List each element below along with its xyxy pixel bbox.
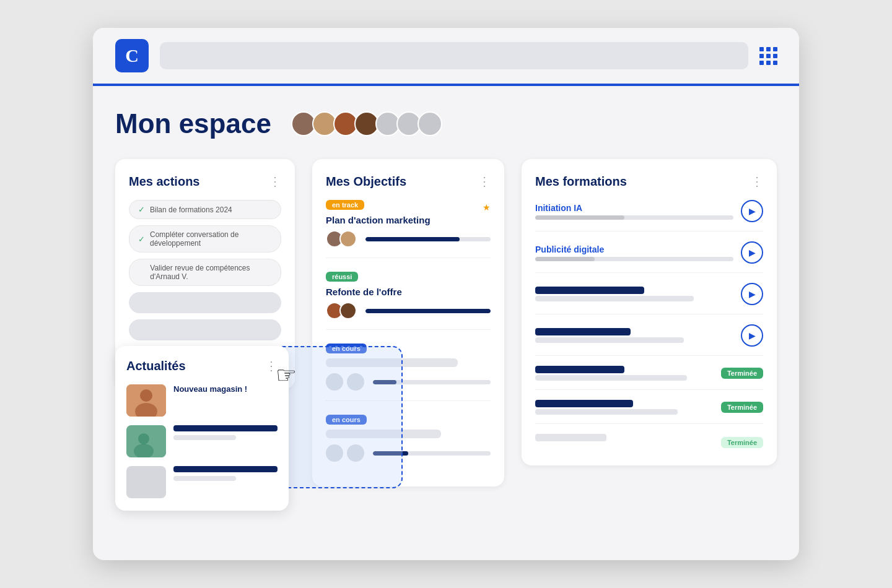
formation-info <box>535 400 714 415</box>
formation-info <box>535 287 733 301</box>
news-text-placeholder <box>173 425 278 440</box>
svg-point-4 <box>138 433 149 444</box>
formation-info: Publicité digitale <box>535 244 733 261</box>
formation-info <box>535 366 714 381</box>
formation-item: Terminée <box>535 366 763 390</box>
action-item[interactable]: Valider revue de compétences d'Arnaud V. <box>129 259 281 286</box>
play-button[interactable]: ▶ <box>741 324 763 347</box>
formation-item: Initiation IA ▶ <box>535 200 763 231</box>
news-item[interactable]: Nouveau magasin ! <box>126 384 278 417</box>
grid-dot <box>773 47 777 51</box>
action-label: Bilan de formations 2024 <box>150 205 232 214</box>
action-placeholder <box>129 319 281 340</box>
news-text-placeholder <box>173 466 278 481</box>
action-label: Valider revue de compétences d'Arnaud V. <box>150 264 272 281</box>
actualites-title: Actualités <box>126 359 186 373</box>
formations-card-header: Mes formations ⋮ <box>535 174 763 189</box>
news-item[interactable] <box>126 466 278 498</box>
news-line <box>173 466 278 472</box>
formation-progress-placeholder <box>535 409 678 415</box>
formation-item: ▶ <box>535 324 763 356</box>
avatars-row: U U U U <box>291 111 442 136</box>
check-icon: ✓ <box>138 205 145 214</box>
action-label: Compléter conversation de développement <box>150 230 272 248</box>
objectif-badge: en track <box>326 200 364 210</box>
progress-fill <box>365 309 491 313</box>
objectif-row <box>326 230 491 248</box>
objectif-title: Plan d'action marketing <box>326 215 491 225</box>
formation-name-placeholder <box>535 400 633 407</box>
svg-point-1 <box>140 389 152 402</box>
news-title: Nouveau magasin ! <box>173 384 247 394</box>
grid-dot <box>773 54 777 58</box>
objectif-item: en track ★ Plan d'action marketing <box>326 200 491 258</box>
grid-icon[interactable] <box>759 47 777 65</box>
progress-fill <box>365 237 460 241</box>
play-button[interactable]: ▶ <box>741 283 763 305</box>
grid-dot <box>766 61 771 65</box>
play-button[interactable]: ▶ <box>741 200 763 222</box>
formation-name-placeholder <box>535 434 606 441</box>
objectif-row <box>326 302 491 319</box>
search-bar[interactable] <box>160 42 748 69</box>
objectifs-title: Mes Objectifs <box>326 175 406 189</box>
formation-progress-placeholder <box>535 375 687 381</box>
grid-dot <box>759 54 764 58</box>
objectif-badge: réussi <box>326 272 358 282</box>
news-text: Nouveau magasin ! <box>173 384 247 396</box>
termine-badge: Terminée <box>721 368 763 379</box>
formation-item: Terminée <box>535 400 763 424</box>
mini-avatar <box>339 302 357 319</box>
formation-item: Terminée <box>535 434 763 451</box>
news-line <box>173 476 236 481</box>
grid-dot <box>773 61 777 65</box>
formation-info <box>535 328 733 343</box>
grid-dot <box>766 47 771 51</box>
logo[interactable]: C <box>115 39 149 72</box>
formation-info <box>535 434 714 451</box>
objectifs-menu-dots[interactable]: ⋮ <box>478 174 491 189</box>
actions-title: Mes actions <box>129 175 199 189</box>
news-line <box>173 435 236 440</box>
news-item[interactable] <box>126 425 278 457</box>
avatar[interactable] <box>418 111 442 136</box>
formation-name-placeholder <box>535 366 624 373</box>
actualites-header: Actualités ⋮ <box>126 358 278 373</box>
objectif-item: réussi Refonte de l'offre <box>326 270 491 330</box>
news-line <box>173 425 278 431</box>
logo-letter: C <box>125 45 139 66</box>
formation-progress <box>535 257 733 261</box>
app-window: C Mon espace U U U U <box>93 28 799 560</box>
news-image <box>126 425 166 457</box>
termine-badge: Terminée <box>721 402 763 413</box>
progress-bar <box>365 237 491 241</box>
main-content: Mon espace U U U U Mes actions ⋮ ✓ <box>93 86 799 509</box>
header: C <box>93 28 799 86</box>
page-title: Mon espace <box>115 108 271 139</box>
formation-name-placeholder <box>535 287 644 294</box>
grid-dot <box>759 47 764 51</box>
formation-name: Initiation IA <box>535 203 733 213</box>
formations-menu-dots[interactable]: ⋮ <box>751 174 763 189</box>
formation-item: ▶ <box>535 283 763 314</box>
actions-menu-dots[interactable]: ⋮ <box>269 174 281 189</box>
progress-bar <box>365 309 491 313</box>
formation-progress-fill <box>535 215 624 220</box>
formation-progress-fill <box>535 257 595 261</box>
termine-badge-placeholder: Terminée <box>721 437 763 448</box>
formations-card: Mes formations ⋮ Initiation IA ▶ <box>522 159 777 465</box>
formation-name-placeholder <box>535 328 631 335</box>
actions-card-header: Mes actions ⋮ <box>129 174 281 189</box>
grid-dot <box>766 54 771 58</box>
formation-progress-placeholder <box>535 296 694 301</box>
play-button[interactable]: ▶ <box>741 241 763 264</box>
formation-progress <box>535 215 733 220</box>
action-item[interactable]: ✓ Bilan de formations 2024 <box>129 200 281 219</box>
news-image <box>126 384 166 417</box>
formation-item: Publicité digitale ▶ <box>535 241 763 273</box>
action-item[interactable]: ✓ Compléter conversation de développemen… <box>129 225 281 253</box>
star-icon: ★ <box>483 202 491 212</box>
formation-name: Publicité digitale <box>535 244 733 254</box>
check-icon: ✓ <box>138 235 145 244</box>
formation-info: Initiation IA <box>535 203 733 220</box>
